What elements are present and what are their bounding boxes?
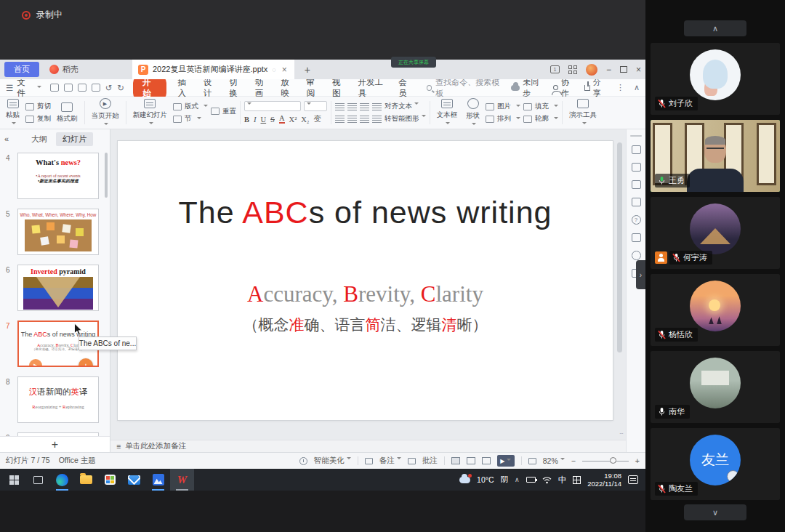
store-button[interactable] bbox=[98, 469, 122, 491]
justify-icon[interactable] bbox=[372, 116, 382, 123]
slide-preview-play-button[interactable]: ▶ bbox=[29, 359, 42, 367]
panel-scrollbar[interactable] bbox=[105, 153, 108, 198]
fit-window-icon[interactable] bbox=[528, 458, 536, 464]
bullet-list-icon[interactable] bbox=[335, 103, 345, 110]
tab-view[interactable]: 视图 bbox=[332, 77, 347, 99]
play-from-current-button[interactable]: ▶ 当页开始 bbox=[89, 98, 122, 127]
participant-tile[interactable]: 刘子欣 bbox=[651, 43, 780, 115]
print-icon[interactable] bbox=[78, 84, 86, 92]
participant-tile[interactable]: 友兰 陶友兰 bbox=[651, 428, 780, 500]
slide-8-thumbnail[interactable]: 汉语新闻的英译 Reorganizing + Rephrasing bbox=[17, 376, 99, 423]
normal-view-icon[interactable] bbox=[451, 457, 460, 464]
tab-insert[interactable]: 插入 bbox=[177, 77, 192, 99]
effects-icon[interactable] bbox=[632, 180, 641, 189]
minimize-button[interactable]: − bbox=[606, 65, 611, 75]
outline-button[interactable]: 轮廓 bbox=[523, 114, 558, 124]
screen-share-pill[interactable]: 正在共享屏幕 bbox=[391, 57, 436, 68]
slide-6-thumbnail[interactable]: Inverted pyramid bbox=[17, 265, 99, 311]
file-menu[interactable]: ☰ 文件 bbox=[6, 77, 41, 99]
slide-4-thumbnail[interactable]: What's news? •A report of recent events … bbox=[17, 153, 99, 199]
tab-document[interactable]: P 2022复旦英语新闻编译讲座.pptx ◌ × bbox=[132, 60, 294, 79]
subscript-button[interactable]: X₂ bbox=[301, 116, 309, 124]
canvas-scrollbar[interactable]: ··· bbox=[617, 134, 622, 434]
tab-devtools[interactable]: 开发工具 bbox=[358, 77, 387, 99]
notification-center-icon[interactable] bbox=[628, 475, 638, 484]
strip-handle[interactable] bbox=[630, 135, 642, 137]
undo-icon[interactable]: ↺ bbox=[105, 83, 113, 93]
paste-button[interactable]: 粘贴 bbox=[3, 98, 23, 127]
slide-editing-area[interactable]: The ABCs of news writing Accuracy, Brevi… bbox=[110, 129, 626, 440]
participant-tile[interactable]: 杨恬欣 bbox=[651, 274, 780, 346]
notes-toggle-button[interactable]: 备注 bbox=[379, 456, 401, 466]
font-color-button[interactable]: A bbox=[279, 115, 285, 124]
new-slide-button[interactable]: 新建幻灯片 bbox=[130, 98, 171, 127]
participant-tile-speaking[interactable]: 王勇 bbox=[651, 120, 780, 192]
more-options-icon[interactable]: ⋮ bbox=[616, 83, 624, 92]
redo-icon[interactable]: ↻ bbox=[117, 83, 124, 93]
italic-button[interactable]: I bbox=[254, 116, 257, 124]
shapes-button[interactable]: 形状 bbox=[463, 98, 483, 127]
zoom-in-button[interactable]: + bbox=[635, 456, 640, 465]
service-icon[interactable] bbox=[632, 233, 641, 242]
zoom-slider-knob[interactable] bbox=[610, 457, 616, 464]
picture-button[interactable]: 图片 bbox=[486, 102, 520, 111]
share-button[interactable]: 分享 bbox=[584, 77, 607, 99]
notes-bar[interactable]: ≡ 单击此处添加备注 bbox=[110, 440, 626, 452]
collapse-ribbon-icon[interactable]: ∧ bbox=[634, 83, 640, 92]
clock[interactable]: 19:08 2022/11/14 bbox=[587, 472, 621, 488]
tab-member[interactable]: 会员 bbox=[398, 77, 413, 99]
zoom-slider[interactable] bbox=[582, 461, 629, 462]
slide-5-thumbnail[interactable]: Who, What, When, Where, Why, How bbox=[17, 209, 99, 255]
bold-button[interactable]: B bbox=[244, 116, 249, 124]
indent-decrease-icon[interactable] bbox=[360, 103, 369, 110]
sidebar-collapse-up-button[interactable]: ∧ bbox=[684, 20, 746, 36]
presentation-tools-button[interactable]: 演示工具 bbox=[566, 98, 600, 127]
layout-button[interactable]: 版式 bbox=[173, 102, 208, 111]
output-icon[interactable] bbox=[64, 84, 73, 92]
underline-button[interactable]: U bbox=[261, 116, 267, 124]
reset-button[interactable]: 重置 bbox=[211, 107, 236, 116]
copy-button[interactable]: 复制 bbox=[25, 114, 51, 124]
task-view-button[interactable] bbox=[26, 469, 50, 491]
close-button[interactable]: × bbox=[636, 65, 641, 75]
preview-icon[interactable] bbox=[92, 84, 100, 92]
wifi-icon[interactable] bbox=[542, 476, 552, 484]
navigate-icon[interactable] bbox=[632, 251, 641, 260]
new-tab-button[interactable]: + bbox=[305, 64, 310, 76]
slideshow-play-button[interactable]: ▶ bbox=[497, 455, 515, 467]
participant-tile[interactable]: 南华 bbox=[651, 351, 780, 423]
mail-button[interactable] bbox=[122, 469, 146, 491]
tab-daoke[interactable]: 稻壳 bbox=[45, 62, 83, 77]
help-icon[interactable]: ? bbox=[632, 215, 641, 225]
tab-transition[interactable]: 切换 bbox=[229, 77, 243, 99]
reading-view-icon[interactable] bbox=[482, 457, 491, 464]
strikethrough-button[interactable]: S bbox=[270, 116, 275, 124]
wps-taskbar-button[interactable]: W bbox=[170, 469, 194, 491]
text-effect-button[interactable]: 变 bbox=[314, 114, 322, 124]
comments-button[interactable]: 批注 bbox=[422, 456, 438, 466]
arrange-button[interactable]: 排列 bbox=[486, 114, 520, 124]
file-explorer-button[interactable] bbox=[74, 469, 98, 491]
tab-slideshow[interactable]: 放映 bbox=[281, 77, 295, 99]
sorter-view-icon[interactable] bbox=[467, 457, 475, 464]
section-button[interactable]: 节 bbox=[173, 114, 208, 124]
align-text-button[interactable]: 对齐文本 bbox=[385, 102, 419, 111]
tab-design[interactable]: 设计 bbox=[204, 77, 218, 99]
edge-taskbar-button[interactable] bbox=[50, 469, 74, 491]
account-avatar[interactable] bbox=[586, 64, 597, 76]
zoom-level[interactable]: 82% bbox=[543, 456, 565, 465]
single-window-icon[interactable]: 1 bbox=[550, 65, 560, 73]
save-icon[interactable] bbox=[50, 84, 59, 92]
collapse-panel-icon[interactable]: « bbox=[4, 134, 9, 143]
tab-review[interactable]: 审阅 bbox=[307, 77, 321, 99]
tab-animation[interactable]: 动画 bbox=[255, 77, 270, 99]
sync-status[interactable]: 未同步 bbox=[511, 77, 544, 99]
insert-slide-button[interactable]: + bbox=[78, 358, 93, 367]
format-painter-button[interactable]: 格式刷 bbox=[54, 98, 81, 127]
tab-outline[interactable]: 大纲 bbox=[28, 132, 50, 146]
tray-chevron-icon[interactable]: ∧ bbox=[515, 476, 520, 483]
superscript-button[interactable]: X² bbox=[289, 116, 297, 124]
weather-temp[interactable]: 10°C bbox=[477, 475, 494, 484]
current-slide[interactable]: The ABCs of news writing Accuracy, Brevi… bbox=[118, 141, 613, 420]
zoom-out-button[interactable]: − bbox=[571, 456, 576, 465]
